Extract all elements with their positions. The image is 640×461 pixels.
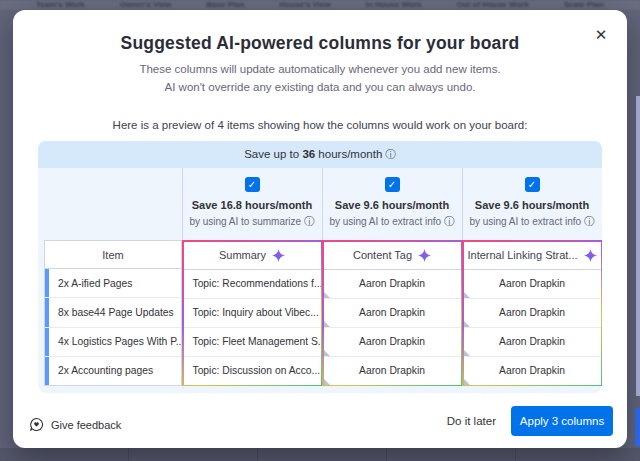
internal-linking-cell: Aaron Drapkin [464, 270, 601, 299]
content-tag-cell: Aaron Drapkin [324, 328, 461, 357]
table-row: 2x Accounting pages [45, 357, 181, 385]
column-header-content-tag: Content Tag [324, 242, 461, 270]
savings-banner: Save up to 36 hours/monthⓘ [38, 141, 602, 168]
blurred-board-tab: Team's Work [36, 0, 85, 10]
method-label: by using AI to extract info [329, 216, 441, 227]
blurred-board-tab: Out of House Work [457, 0, 529, 10]
info-icon[interactable]: ⓘ [304, 215, 315, 227]
method-label: by using AI to summarize [189, 216, 301, 227]
column-header-item: Item [45, 241, 181, 269]
check-icon: ✓ [388, 179, 396, 190]
content-tag-cell: Aaron Drapkin [324, 270, 461, 299]
table-row: 8x base44 Page Updates [45, 298, 181, 327]
banner-hours-value: 36 [302, 148, 315, 160]
give-feedback-button[interactable]: Give feedback [29, 417, 121, 432]
column-header-internal-linking: Internal Linking Strat... [464, 242, 601, 270]
suggestion-save-text: Save 9.6 hours/month [462, 199, 602, 211]
method-label: by using AI to extract info [469, 216, 581, 227]
column-header-label: Internal Linking Strat... [467, 249, 577, 261]
column-header-label: Content Tag [353, 249, 412, 261]
item-name: 8x base44 Page Updates [58, 307, 174, 318]
item-name: 2x Accounting pages [58, 365, 153, 376]
background-board-header: Team's Work Owner's View Base Plan House… [0, 0, 640, 10]
ai-sparkle-icon [584, 249, 597, 262]
modal-subtitle: These columns will update automatically … [13, 61, 627, 96]
internal-linking-cell: Aaron Drapkin [464, 299, 601, 328]
table-row: 2x A-ified Pages [45, 269, 181, 298]
suggestion-method-text: by using AI to summarizeⓘ [182, 215, 322, 229]
suggestion-internal-linking: ✓ Save 9.6 hours/month by using AI to ex… [462, 177, 602, 229]
background-board-bottom [0, 448, 640, 461]
suggestion-method-text: by using AI to extract infoⓘ [322, 215, 462, 229]
blurred-board-tab: Scale Plan [564, 0, 604, 10]
column-summary: Summary Topic: Recommendations f... Topi… [182, 240, 322, 386]
content-tag-cell: Aaron Drapkin [324, 299, 461, 328]
check-icon: ✓ [248, 179, 256, 190]
summary-cell: Topic: Discussion on Acco... [184, 357, 321, 385]
banner-text-suffix: hours/month [315, 148, 382, 160]
summary-cell: Topic: Recommendations f... [184, 270, 321, 299]
item-name: 2x A-ified Pages [58, 278, 132, 289]
feedback-bubble-icon [29, 417, 44, 432]
subtitle-line-2: AI won't override any existing data and … [13, 79, 627, 97]
internal-linking-cell: Aaron Drapkin [464, 328, 601, 357]
blurred-board-tab: House's View [280, 0, 331, 10]
column-header-summary: Summary [184, 242, 321, 270]
column-content-tag: Content Tag Aaron Drapkin Aaron Drapkin … [322, 240, 462, 386]
internal-linking-cell: Aaron Drapkin [464, 357, 601, 385]
internal-linking-checkbox[interactable]: ✓ [525, 177, 540, 192]
blurred-board-tab: Owner's View [120, 0, 172, 10]
item-color-bar [45, 357, 49, 385]
ai-sparkle-icon [418, 249, 431, 262]
column-internal-linking: Internal Linking Strat... Aaron Drapkin … [462, 240, 602, 386]
background-blue-accent [635, 408, 640, 446]
subtitle-line-1: These columns will update automatically … [13, 61, 627, 79]
close-icon[interactable]: ✕ [592, 26, 610, 44]
summary-checkbox[interactable]: ✓ [245, 177, 260, 192]
modal-title: Suggested AI-powered columns for your bo… [13, 10, 627, 54]
suggestion-content-tag: ✓ Save 9.6 hours/month by using AI to ex… [322, 177, 462, 229]
blurred-board-tab: In House Work [366, 0, 422, 10]
suggestions-panel: Save up to 36 hours/monthⓘ ✓ Save 16.8 h… [38, 141, 602, 393]
content-tag-cell: Aaron Drapkin [324, 357, 461, 385]
info-icon[interactable]: ⓘ [385, 148, 396, 160]
feedback-label: Give feedback [51, 419, 121, 431]
item-color-bar [45, 298, 49, 326]
preview-description: Here is a preview of 4 items showing how… [13, 119, 627, 131]
column-item: Item 2x A-ified Pages 8x base44 Page Upd… [44, 240, 182, 386]
ai-columns-modal: ✕ Suggested AI-powered columns for your … [13, 10, 627, 448]
suggestion-method-text: by using AI to extract infoⓘ [462, 215, 602, 229]
background-scrollbar [636, 96, 640, 396]
summary-cell: Topic: Inquiry about Vibec... [184, 299, 321, 328]
suggestion-save-text: Save 16.8 hours/month [182, 199, 322, 211]
summary-cell: Topic: Fleet Management S... [184, 328, 321, 357]
banner-text-prefix: Save up to [244, 148, 302, 160]
apply-columns-button[interactable]: Apply 3 columns [511, 406, 613, 436]
do-it-later-button[interactable]: Do it later [447, 415, 496, 427]
suggestion-save-text: Save 9.6 hours/month [322, 199, 462, 211]
preview-table: Item 2x A-ified Pages 8x base44 Page Upd… [44, 240, 600, 386]
item-color-bar [45, 269, 49, 297]
suggestion-summary: ✓ Save 16.8 hours/month by using AI to s… [182, 177, 322, 229]
content-tag-checkbox[interactable]: ✓ [385, 177, 400, 192]
ai-sparkle-icon [272, 249, 285, 262]
column-header-label: Summary [219, 249, 266, 261]
table-row: 4x Logistics Pages With P... [45, 328, 181, 357]
info-icon[interactable]: ⓘ [584, 215, 595, 227]
check-icon: ✓ [528, 179, 536, 190]
item-color-bar [45, 328, 49, 356]
item-name: 4x Logistics Pages With P... [58, 336, 181, 347]
blurred-board-tab: Base Plan [206, 0, 244, 10]
info-icon[interactable]: ⓘ [444, 215, 455, 227]
